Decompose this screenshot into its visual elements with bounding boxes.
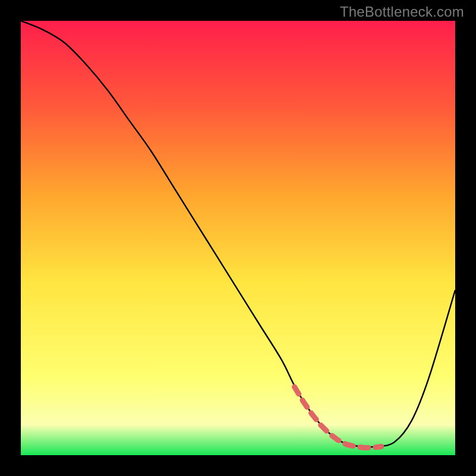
gradient-background: [21, 21, 455, 455]
chart-svg: [21, 21, 455, 455]
watermark-text: TheBottleneck.com: [340, 4, 464, 20]
plot-area: [21, 21, 455, 455]
chart-frame: TheBottleneck.com: [0, 0, 476, 476]
